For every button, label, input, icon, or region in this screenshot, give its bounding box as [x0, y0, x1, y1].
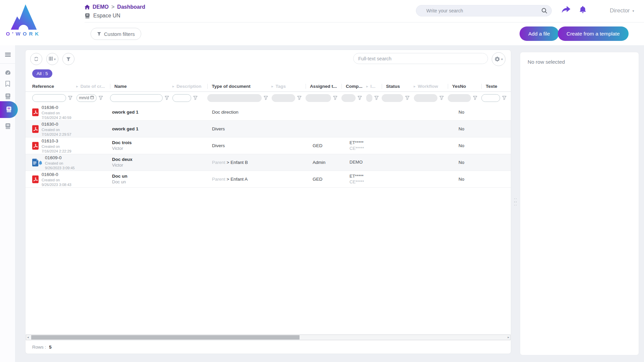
- column-expander-icon[interactable]: ▸: [366, 84, 368, 88]
- table-filter-button[interactable]: [62, 53, 74, 65]
- scroll-left-arrow-icon[interactable]: ◂: [27, 336, 29, 339]
- reference-id: DOC240716-01636-0: [42, 104, 75, 111]
- column-expander-icon[interactable]: ▸: [172, 84, 174, 88]
- type-main: > Enfant B: [225, 160, 248, 165]
- scroll-right-arrow-icon[interactable]: ▸: [507, 336, 509, 339]
- cell-status: [391, 154, 424, 171]
- column-separator: [306, 84, 306, 89]
- filter-funnel-icon[interactable]: [193, 96, 198, 100]
- filter-input-texte[interactable]: [481, 94, 500, 102]
- share-button[interactable]: [562, 6, 571, 14]
- table-row[interactable]: DOC230926-01608-0Created on 9/26/2023 3:…: [25, 171, 511, 188]
- filter-funnel-icon[interactable]: [333, 96, 337, 100]
- horizontal-scrollbar[interactable]: ◂ ▸: [26, 335, 511, 340]
- filter-disabled-i: [366, 94, 372, 102]
- sidebar-item-0[interactable]: [0, 67, 15, 79]
- type-main: Doc direction: [212, 110, 238, 115]
- filter-funnel-icon[interactable]: [99, 96, 103, 100]
- filter-funnel-icon[interactable]: [264, 96, 268, 100]
- app-logo[interactable]: O'WORK: [4, 2, 43, 37]
- column-header-yesno[interactable]: YesNo: [448, 81, 481, 92]
- type-prefix: Parent: [212, 177, 225, 182]
- fulltext-search-input[interactable]: [354, 56, 488, 61]
- type-main: > Enfant A: [225, 177, 248, 182]
- sidebar-item-1[interactable]: [0, 78, 15, 90]
- filter-input-description[interactable]: [172, 94, 191, 102]
- cell-i: [375, 171, 391, 187]
- table-row[interactable]: DOC230926-01610-3Created on 7/16/2024 2:…: [25, 137, 511, 154]
- filter-funnel-icon[interactable]: [502, 96, 506, 100]
- column-header-tags[interactable]: ▸Tags: [272, 81, 306, 92]
- custom-filters-button[interactable]: Custom filters: [91, 28, 141, 40]
- filter-funnel-icon[interactable]: [68, 96, 72, 100]
- book-icon: [5, 93, 11, 100]
- filter-date-input-date[interactable]: mm/d: [76, 94, 97, 102]
- filter-funnel-icon[interactable]: [165, 96, 169, 100]
- column-header-date[interactable]: ▸Date of cr...: [76, 81, 110, 92]
- breadcrumb-current[interactable]: Dashboard: [117, 4, 145, 10]
- home-icon[interactable]: [85, 5, 90, 9]
- table-settings-button[interactable]: ▾: [492, 52, 505, 66]
- yesno-value: No: [459, 110, 464, 115]
- table-row[interactable]: DOC230926-01609-0Created on 9/26/2023 3:…: [25, 154, 511, 171]
- column-expander-icon[interactable]: ▸: [414, 84, 416, 88]
- column-header-type[interactable]: Type of document: [207, 81, 271, 92]
- document-name: Doc deux: [112, 157, 132, 163]
- column-header-name[interactable]: Name: [110, 81, 172, 92]
- column-expander-icon[interactable]: ▸: [272, 84, 273, 88]
- column-header-reference[interactable]: Reference: [32, 81, 76, 92]
- panel-resize-grip[interactable]: [514, 198, 517, 207]
- filter-funnel-icon[interactable]: [358, 96, 362, 100]
- sidebar-menu-button[interactable]: [0, 49, 15, 61]
- breadcrumb: DEMO > Dashboard: [85, 4, 145, 10]
- type-main: Divers: [212, 126, 225, 131]
- filter-input-name[interactable]: [110, 94, 163, 102]
- filter-funnel-icon[interactable]: [405, 96, 410, 100]
- yesno-value: No: [459, 160, 464, 165]
- filter-funnel-icon[interactable]: [439, 96, 444, 100]
- filter-disabled-status: [382, 94, 403, 102]
- column-header-i[interactable]: ▸I...: [366, 81, 382, 92]
- column-expander-icon[interactable]: ▸: [76, 84, 78, 88]
- scrollbar-thumb[interactable]: [31, 335, 300, 340]
- refresh-button[interactable]: [30, 53, 42, 65]
- all-count-badge[interactable]: All : 5: [32, 69, 52, 78]
- table-row[interactable]: DOC240716-01636-0Created on 7/16/2024 2:…: [25, 104, 511, 121]
- sidebar-item-2[interactable]: [0, 91, 15, 102]
- filter-funnel-icon[interactable]: [297, 96, 302, 100]
- column-header-description[interactable]: ▸Description: [172, 81, 207, 92]
- yesno-value: No: [459, 177, 464, 182]
- refresh-icon: [34, 56, 39, 62]
- name-block: Doc unDoc un: [112, 173, 127, 185]
- search-icon[interactable]: [541, 8, 547, 14]
- assigned-to: Admin: [313, 160, 325, 165]
- column-header-assigned[interactable]: Assigned t...: [306, 81, 341, 92]
- name-block: owork ged 1: [112, 126, 139, 132]
- type-main: Divers: [212, 143, 225, 148]
- sidebar-item-4[interactable]: [0, 121, 15, 132]
- rows-label: Rows :: [32, 345, 46, 350]
- column-header-workflow[interactable]: ▸Workflow: [414, 81, 448, 92]
- filter-cell-company: [341, 92, 366, 104]
- user-role-menu[interactable]: Director ▾: [610, 7, 634, 14]
- notifications-button[interactable]: [579, 6, 586, 14]
- filter-funnel-icon[interactable]: [473, 96, 477, 100]
- filter-funnel-icon[interactable]: [374, 96, 379, 100]
- filter-input-reference[interactable]: [32, 94, 66, 102]
- global-search-input[interactable]: [416, 8, 541, 13]
- document-type: Divers: [212, 126, 225, 131]
- rows-count: 5: [49, 345, 52, 350]
- company-block: DEMO: [350, 160, 363, 165]
- sidebar-item-3-active[interactable]: [0, 101, 18, 118]
- column-header-texte[interactable]: Texte: [481, 81, 511, 92]
- columns-button[interactable]: ▾: [46, 53, 58, 65]
- breadcrumb-root[interactable]: DEMO: [93, 4, 109, 10]
- name-block: Doc troisVictor: [112, 140, 132, 151]
- logo-mountain-icon: [9, 2, 38, 31]
- column-header-status[interactable]: Status: [382, 81, 414, 92]
- create-template-button[interactable]: Create from a template: [558, 26, 629, 41]
- table-row[interactable]: DOC240716-01630-0Created on 7/16/2024 2:…: [25, 121, 511, 137]
- cell-i: [375, 154, 391, 171]
- add-file-button[interactable]: Add a file: [520, 26, 559, 41]
- column-header-company[interactable]: Comp...: [341, 81, 366, 92]
